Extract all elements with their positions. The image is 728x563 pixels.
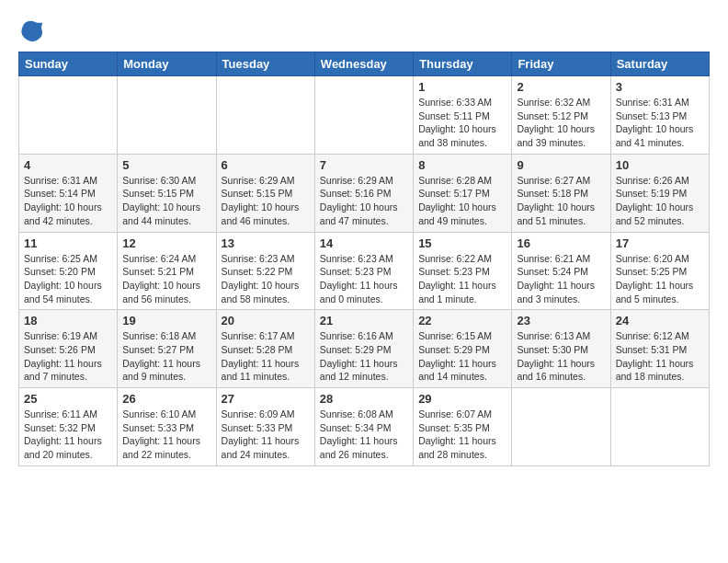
calendar-cell	[314, 76, 413, 155]
day-info: Sunrise: 6:30 AMSunset: 5:15 PMDaylight:…	[122, 174, 210, 228]
calendar-cell: 23Sunrise: 6:13 AMSunset: 5:30 PMDayligh…	[512, 310, 610, 388]
day-number: 12	[122, 236, 210, 250]
calendar-cell: 1Sunrise: 6:33 AMSunset: 5:11 PMDaylight…	[414, 76, 512, 155]
day-number: 28	[320, 392, 408, 406]
day-number: 11	[24, 236, 112, 250]
calendar-cell	[512, 388, 610, 466]
header-tuesday: Tuesday	[216, 52, 314, 76]
day-number: 19	[122, 314, 210, 327]
day-info: Sunrise: 6:23 AMSunset: 5:23 PMDaylight:…	[320, 252, 408, 306]
header-wednesday: Wednesday	[314, 52, 413, 76]
day-number: 24	[616, 314, 704, 327]
day-info: Sunrise: 6:21 AMSunset: 5:24 PMDaylight:…	[517, 252, 605, 306]
day-info: Sunrise: 6:28 AMSunset: 5:17 PMDaylight:…	[418, 174, 506, 228]
header-monday: Monday	[118, 52, 216, 76]
week-row-3: 11Sunrise: 6:25 AMSunset: 5:20 PMDayligh…	[19, 232, 710, 310]
calendar-cell: 14Sunrise: 6:23 AMSunset: 5:23 PMDayligh…	[314, 232, 413, 310]
day-number: 20	[222, 314, 310, 327]
week-row-2: 4Sunrise: 6:31 AMSunset: 5:14 PMDaylight…	[19, 154, 710, 232]
calendar-cell: 10Sunrise: 6:26 AMSunset: 5:19 PMDayligh…	[610, 154, 709, 232]
calendar-cell: 15Sunrise: 6:22 AMSunset: 5:23 PMDayligh…	[414, 232, 512, 310]
calendar-table: SundayMondayTuesdayWednesdayThursdayFrid…	[18, 52, 710, 466]
calendar-cell: 7Sunrise: 6:29 AMSunset: 5:16 PMDaylight…	[314, 154, 413, 232]
calendar-cell: 3Sunrise: 6:31 AMSunset: 5:13 PMDaylight…	[610, 76, 709, 155]
day-number: 16	[517, 236, 605, 250]
calendar-cell: 12Sunrise: 6:24 AMSunset: 5:21 PMDayligh…	[118, 232, 216, 310]
header-friday: Friday	[512, 52, 610, 76]
calendar-cell: 21Sunrise: 6:16 AMSunset: 5:29 PMDayligh…	[314, 310, 413, 388]
header-thursday: Thursday	[414, 52, 512, 76]
calendar-cell: 9Sunrise: 6:27 AMSunset: 5:18 PMDaylight…	[512, 154, 610, 232]
day-number: 13	[222, 236, 310, 250]
day-number: 10	[616, 158, 704, 172]
header-sunday: Sunday	[19, 52, 118, 76]
calendar-cell: 24Sunrise: 6:12 AMSunset: 5:31 PMDayligh…	[610, 310, 709, 388]
calendar-cell: 28Sunrise: 6:08 AMSunset: 5:34 PMDayligh…	[314, 388, 413, 466]
day-info: Sunrise: 6:13 AMSunset: 5:30 PMDaylight:…	[517, 329, 605, 384]
day-info: Sunrise: 6:29 AMSunset: 5:16 PMDaylight:…	[320, 174, 408, 228]
calendar-cell: 27Sunrise: 6:09 AMSunset: 5:33 PMDayligh…	[216, 388, 314, 466]
day-info: Sunrise: 6:09 AMSunset: 5:33 PMDaylight:…	[222, 408, 310, 462]
day-info: Sunrise: 6:33 AMSunset: 5:11 PMDaylight:…	[418, 96, 506, 150]
calendar-cell: 25Sunrise: 6:11 AMSunset: 5:32 PMDayligh…	[19, 388, 118, 466]
calendar-cell	[216, 76, 314, 155]
day-number: 1	[418, 80, 506, 94]
calendar-cell: 17Sunrise: 6:20 AMSunset: 5:25 PMDayligh…	[610, 232, 709, 310]
day-info: Sunrise: 6:08 AMSunset: 5:34 PMDaylight:…	[320, 408, 408, 462]
day-number: 9	[517, 158, 605, 172]
day-info: Sunrise: 6:11 AMSunset: 5:32 PMDaylight:…	[24, 408, 112, 462]
week-row-4: 18Sunrise: 6:19 AMSunset: 5:26 PMDayligh…	[19, 310, 710, 388]
calendar-header-row: SundayMondayTuesdayWednesdayThursdayFrid…	[19, 52, 710, 76]
day-number: 26	[122, 392, 210, 406]
day-number: 22	[418, 314, 506, 327]
day-info: Sunrise: 6:15 AMSunset: 5:29 PMDaylight:…	[418, 329, 506, 384]
calendar-cell: 4Sunrise: 6:31 AMSunset: 5:14 PMDaylight…	[19, 154, 118, 232]
calendar-cell	[118, 76, 216, 155]
day-number: 7	[320, 158, 408, 172]
day-info: Sunrise: 6:17 AMSunset: 5:28 PMDaylight:…	[222, 329, 310, 384]
day-number: 21	[320, 314, 408, 327]
day-info: Sunrise: 6:27 AMSunset: 5:18 PMDaylight:…	[517, 174, 605, 228]
calendar-cell: 2Sunrise: 6:32 AMSunset: 5:12 PMDaylight…	[512, 76, 610, 155]
calendar-cell: 5Sunrise: 6:30 AMSunset: 5:15 PMDaylight…	[118, 154, 216, 232]
day-number: 6	[222, 158, 310, 172]
day-info: Sunrise: 6:19 AMSunset: 5:26 PMDaylight:…	[24, 329, 112, 384]
day-info: Sunrise: 6:10 AMSunset: 5:33 PMDaylight:…	[122, 408, 210, 462]
calendar-cell	[19, 76, 118, 155]
calendar-cell: 8Sunrise: 6:28 AMSunset: 5:17 PMDaylight…	[414, 154, 512, 232]
calendar-cell: 13Sunrise: 6:23 AMSunset: 5:22 PMDayligh…	[216, 232, 314, 310]
day-info: Sunrise: 6:29 AMSunset: 5:15 PMDaylight:…	[222, 174, 310, 228]
calendar-cell: 18Sunrise: 6:19 AMSunset: 5:26 PMDayligh…	[19, 310, 118, 388]
day-number: 23	[517, 314, 605, 327]
logo-icon	[18, 18, 44, 44]
day-info: Sunrise: 6:31 AMSunset: 5:13 PMDaylight:…	[616, 96, 704, 150]
calendar-cell: 19Sunrise: 6:18 AMSunset: 5:27 PMDayligh…	[118, 310, 216, 388]
day-number: 15	[418, 236, 506, 250]
day-number: 29	[418, 392, 506, 406]
calendar-cell: 20Sunrise: 6:17 AMSunset: 5:28 PMDayligh…	[216, 310, 314, 388]
calendar-cell: 16Sunrise: 6:21 AMSunset: 5:24 PMDayligh…	[512, 232, 610, 310]
calendar-cell: 26Sunrise: 6:10 AMSunset: 5:33 PMDayligh…	[118, 388, 216, 466]
page-header	[18, 15, 710, 44]
day-info: Sunrise: 6:23 AMSunset: 5:22 PMDaylight:…	[222, 252, 310, 306]
day-info: Sunrise: 6:25 AMSunset: 5:20 PMDaylight:…	[24, 252, 112, 306]
day-info: Sunrise: 6:20 AMSunset: 5:25 PMDaylight:…	[616, 252, 704, 306]
day-number: 4	[24, 158, 112, 172]
day-info: Sunrise: 6:07 AMSunset: 5:35 PMDaylight:…	[418, 408, 506, 462]
header-saturday: Saturday	[610, 52, 709, 76]
day-info: Sunrise: 6:24 AMSunset: 5:21 PMDaylight:…	[122, 252, 210, 306]
day-info: Sunrise: 6:31 AMSunset: 5:14 PMDaylight:…	[24, 174, 112, 228]
day-number: 14	[320, 236, 408, 250]
day-info: Sunrise: 6:22 AMSunset: 5:23 PMDaylight:…	[418, 252, 506, 306]
calendar-cell: 6Sunrise: 6:29 AMSunset: 5:15 PMDaylight…	[216, 154, 314, 232]
day-number: 17	[616, 236, 704, 250]
day-number: 5	[122, 158, 210, 172]
day-info: Sunrise: 6:18 AMSunset: 5:27 PMDaylight:…	[122, 329, 210, 384]
week-row-1: 1Sunrise: 6:33 AMSunset: 5:11 PMDaylight…	[19, 76, 710, 155]
calendar-cell: 11Sunrise: 6:25 AMSunset: 5:20 PMDayligh…	[19, 232, 118, 310]
calendar-cell	[610, 388, 709, 466]
day-number: 2	[517, 80, 605, 94]
day-info: Sunrise: 6:16 AMSunset: 5:29 PMDaylight:…	[320, 329, 408, 384]
day-info: Sunrise: 6:32 AMSunset: 5:12 PMDaylight:…	[517, 96, 605, 150]
calendar-cell: 22Sunrise: 6:15 AMSunset: 5:29 PMDayligh…	[414, 310, 512, 388]
